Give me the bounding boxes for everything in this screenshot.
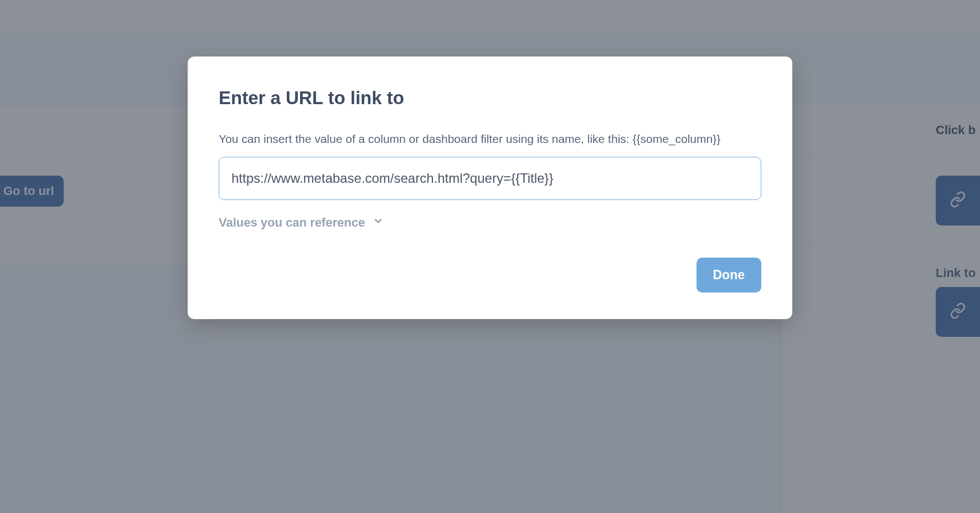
modal-title: Enter a URL to link to	[219, 88, 761, 109]
values-reference-label: Values you can reference	[219, 216, 365, 230]
chevron-down-icon	[373, 216, 384, 230]
values-reference-toggle[interactable]: Values you can reference	[219, 216, 761, 230]
url-input[interactable]	[219, 157, 761, 200]
done-button[interactable]: Done	[697, 258, 762, 293]
modal-help-text: You can insert the value of a column or …	[219, 131, 761, 147]
modal-overlay[interactable]: Enter a URL to link to You can insert th…	[0, 0, 980, 513]
modal-footer: Done	[219, 258, 761, 293]
url-link-modal: Enter a URL to link to You can insert th…	[188, 57, 792, 319]
